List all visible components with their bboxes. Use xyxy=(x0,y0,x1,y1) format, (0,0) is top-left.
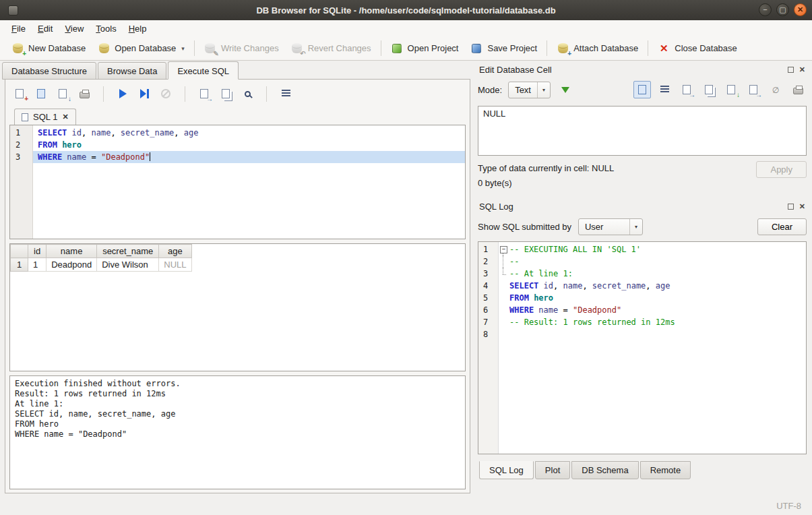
edit-cell-title: Edit Database Cell xyxy=(479,65,552,75)
results-grid[interactable]: idnamesecret_nameage11DeadpondDive Wilso… xyxy=(9,243,466,371)
tab-database-structure[interactable]: Database Structure xyxy=(2,62,96,80)
sql-log-view[interactable]: 12345678 -- EXECUTING ALL IN 'SQL 1'----… xyxy=(478,241,807,454)
dock-tab-remote[interactable]: Remote xyxy=(640,461,691,479)
import-text-button[interactable] xyxy=(557,81,574,98)
right-panel: Edit Database Cell ✕ Mode: Text ▾ →↓→ NU… xyxy=(474,61,812,497)
find-replace-icon[interactable] xyxy=(241,88,253,100)
open-external-icon[interactable]: → xyxy=(678,81,695,98)
cell-size-text: 0 byte(s) xyxy=(478,176,756,191)
log-filter-value: User xyxy=(585,222,603,232)
write-changes-button[interactable]: ✎Write Changes xyxy=(198,39,285,58)
menu-help[interactable]: Help xyxy=(123,22,153,36)
table-cell[interactable]: NULL xyxy=(159,258,191,272)
float-panel-icon[interactable] xyxy=(788,67,794,73)
column-header-id[interactable]: id xyxy=(28,245,46,258)
column-header-secret-name[interactable]: secret_name xyxy=(97,245,159,258)
fold-minus-icon[interactable] xyxy=(499,243,509,255)
dock-tab-plot[interactable]: Plot xyxy=(535,461,570,479)
sql-editor[interactable]: 123 SELECT id, name, secret_name, ageFRO… xyxy=(9,125,466,239)
fold-end-icon xyxy=(499,268,509,280)
table-cell[interactable]: Dive Wilson xyxy=(97,258,159,272)
titlebar: DB Browser for SQLite - /home/user/code/… xyxy=(0,0,812,20)
minimize-button[interactable]: − xyxy=(759,3,772,16)
fold-pipe-icon xyxy=(499,255,509,268)
word-wrap-icon[interactable] xyxy=(280,88,292,100)
window-controls: − ▢ ✕ xyxy=(759,3,807,16)
column-header-name[interactable]: name xyxy=(46,245,97,258)
new-database-label: New Database xyxy=(28,43,86,53)
code-line: SELECT id, name, secret_name, age xyxy=(499,280,806,292)
word-wrap-icon[interactable] xyxy=(656,81,673,98)
db-attach-icon: + xyxy=(557,42,569,55)
close-tab-icon[interactable]: ✕ xyxy=(62,113,68,121)
fold-column xyxy=(499,316,509,328)
save-project-button[interactable]: Save Project xyxy=(464,39,543,58)
set-null-icon[interactable] xyxy=(767,81,784,98)
stop-icon[interactable] xyxy=(160,88,172,100)
new-tab-icon[interactable]: + xyxy=(13,88,26,100)
corner-header[interactable] xyxy=(11,245,28,258)
close-panel-icon[interactable]: ✕ xyxy=(799,202,805,211)
cell-editor-icons: →↓→ xyxy=(633,81,807,98)
close-database-button[interactable]: ✕Close Database xyxy=(652,39,743,58)
clear-log-button[interactable]: Clear xyxy=(757,218,807,235)
log-line-numbers: 12345678 xyxy=(478,242,499,454)
sql-editor-tab[interactable]: SQL 1 ✕ xyxy=(14,109,76,125)
project-save-icon xyxy=(470,42,482,55)
column-header-age[interactable]: age xyxy=(159,245,191,258)
revert-changes-button[interactable]: ↶Revert Changes xyxy=(285,39,377,58)
open-project-button[interactable]: Open Project xyxy=(385,39,465,58)
dock-tab-sql-log[interactable]: SQL Log xyxy=(479,461,534,479)
save-sql-file-icon[interactable]: ↓ xyxy=(57,88,69,100)
new-database-button[interactable]: +New Database xyxy=(5,39,92,58)
table-cell[interactable]: 1 xyxy=(28,258,46,272)
row-header[interactable]: 1 xyxy=(11,258,28,272)
export-data-icon[interactable]: → xyxy=(745,81,762,98)
tab-browse-data[interactable]: Browse Data xyxy=(98,62,166,80)
copy-icon[interactable] xyxy=(700,81,718,98)
app-icon xyxy=(8,5,18,16)
log-filter-row: Show SQL submitted by User ▾ Clear xyxy=(478,218,807,235)
left-panel: Database StructureBrowse DataExecute SQL… xyxy=(0,61,474,497)
print-icon[interactable] xyxy=(78,88,90,100)
menu-view[interactable]: View xyxy=(59,22,90,36)
fold-column xyxy=(499,304,509,316)
print-icon[interactable] xyxy=(789,81,807,98)
text-mode-icon[interactable] xyxy=(633,81,651,98)
log-filter-select[interactable]: User ▾ xyxy=(578,218,643,235)
float-panel-icon[interactable] xyxy=(788,204,794,210)
code-line: SELECT id, name, secret_name, age xyxy=(33,127,465,139)
table-row: 11DeadpondDive WilsonNULL xyxy=(11,258,192,272)
menu-file[interactable]: File xyxy=(5,22,32,36)
export-icon[interactable]: → xyxy=(198,88,210,100)
maximize-button[interactable]: ▢ xyxy=(776,3,789,16)
menu-tools[interactable]: Tools xyxy=(90,22,122,36)
tab-execute-sql[interactable]: Execute SQL xyxy=(168,61,239,80)
revert-changes-label: Revert Changes xyxy=(308,43,371,53)
open-sql-file-icon[interactable] xyxy=(35,88,47,100)
db-revert-icon: ↶ xyxy=(291,42,303,55)
main-toolbar: +New DatabaseOpen Database▾✎Write Change… xyxy=(0,36,812,61)
statusbar: UTF-8 xyxy=(0,497,812,515)
apply-button[interactable]: Apply xyxy=(756,161,807,178)
copy-icon[interactable] xyxy=(220,88,232,100)
editor-line-numbers: 123 xyxy=(10,125,33,239)
mode-select[interactable]: Text ▾ xyxy=(508,82,551,98)
cell-editor[interactable]: NULL xyxy=(478,106,807,156)
close-window-button[interactable]: ✕ xyxy=(794,3,807,16)
table-cell[interactable]: Deadpond xyxy=(46,258,97,272)
menu-edit[interactable]: Edit xyxy=(32,22,59,36)
dock-tab-db-schema[interactable]: DB Schema xyxy=(571,461,638,479)
window-title: DB Browser for SQLite - /home/user/code/… xyxy=(0,5,812,16)
execute-all-icon[interactable] xyxy=(117,88,129,100)
editor-code[interactable]: SELECT id, name, secret_name, ageFROM he… xyxy=(33,125,465,239)
sql-log-header: SQL Log ✕ xyxy=(478,199,807,214)
open-database-button[interactable]: Open Database▾ xyxy=(92,39,191,58)
close-panel-icon[interactable]: ✕ xyxy=(799,65,805,74)
text-cursor xyxy=(150,152,150,161)
cell-type-text: Type of data currently in cell: NULL xyxy=(478,161,756,176)
execute-current-line-icon[interactable] xyxy=(138,88,150,100)
import-data-icon[interactable]: ↓ xyxy=(722,81,740,98)
attach-database-button[interactable]: +Attach Database xyxy=(551,39,644,58)
sql-tabbar: SQL 1 ✕ xyxy=(9,106,466,125)
